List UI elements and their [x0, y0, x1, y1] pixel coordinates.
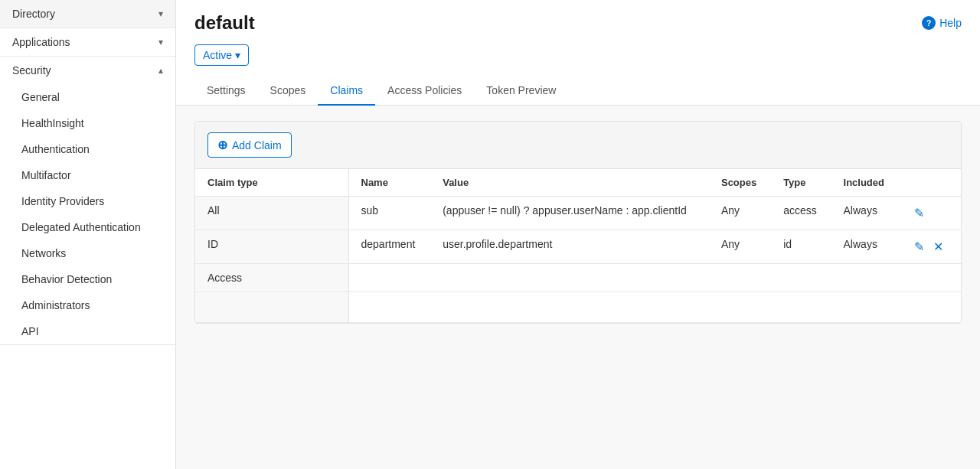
delete-claim-button[interactable]: ✕ — [930, 238, 946, 256]
plus-icon: ⊕ — [217, 138, 227, 152]
active-status-button[interactable]: Active ▾ — [194, 44, 249, 66]
chevron-up-icon: ▴ — [158, 65, 163, 76]
page-title: default — [194, 12, 255, 34]
claim-type-val-cell: id — [771, 230, 831, 264]
claim-type-cell-all: All — [195, 197, 348, 230]
claim-value-empty — [430, 264, 709, 292]
sidebar-items-security: General HealthInsight Authentication Mul… — [0, 84, 175, 344]
claim-scopes-cell: Any — [709, 230, 771, 264]
tabs-bar: Settings Scopes Claims Access Policies T… — [194, 77, 962, 105]
tab-scopes[interactable]: Scopes — [258, 77, 318, 106]
claims-table-body: All sub (appuser != null) ? appuser.user… — [195, 197, 961, 323]
claim-name-cell: department — [348, 230, 430, 264]
edit-claim-button[interactable]: ✎ — [911, 238, 927, 256]
sidebar-item-administrators[interactable]: Administrators — [0, 292, 175, 318]
sidebar: Directory ▾ Applications ▾ Security ▴ Ge… — [0, 0, 176, 469]
active-status-label: Active ▾ — [203, 49, 240, 61]
claim-scopes-cell: Any — [709, 197, 771, 230]
claim-name-empty — [348, 264, 430, 292]
sidebar-item-healthinsight[interactable]: HealthInsight — [0, 110, 175, 136]
sidebar-section-header-directory[interactable]: Directory ▾ — [0, 0, 175, 28]
claim-value-cell: user.profile.department — [430, 230, 709, 264]
claims-toolbar: ⊕ Add Claim — [195, 122, 961, 169]
help-icon: ? — [922, 16, 936, 30]
main-content-area: default ? Help Active ▾ Settings Scopes … — [176, 0, 980, 469]
add-claim-button[interactable]: ⊕ Add Claim — [207, 132, 292, 158]
table-row: ID department user.profile.department An… — [195, 230, 961, 264]
tab-claims[interactable]: Claims — [318, 77, 375, 106]
claim-value-cell: (appuser != null) ? appuser.userName : a… — [430, 197, 709, 230]
main-body: ⊕ Add Claim Claim type Name Value — [176, 106, 980, 469]
tab-settings[interactable]: Settings — [194, 77, 258, 106]
claim-actions-cell: ✎ — [899, 197, 961, 230]
active-badge-row: Active ▾ — [194, 44, 962, 66]
sidebar-item-api[interactable]: API — [0, 318, 175, 344]
claim-actions-empty — [899, 264, 961, 292]
sidebar-section-security: Security ▴ General HealthInsight Authent… — [0, 57, 175, 345]
sidebar-item-general[interactable]: General — [0, 84, 175, 110]
claims-table: Claim type Name Value Scopes Type — [195, 169, 961, 323]
col-header-claim-type: Claim type — [195, 169, 348, 197]
claim-included-empty — [831, 264, 900, 292]
help-link[interactable]: ? Help — [922, 16, 962, 30]
claim-actions-cell: ✎ ✕ — [899, 230, 961, 264]
title-row: default ? Help — [194, 12, 962, 34]
col-header-actions — [899, 169, 961, 197]
tab-access-policies[interactable]: Access Policies — [375, 77, 474, 106]
empty-content-cell — [348, 292, 961, 323]
help-label: Help — [939, 17, 962, 29]
claim-scopes-empty — [709, 264, 771, 292]
tab-token-preview[interactable]: Token Preview — [474, 77, 568, 106]
col-header-type: Type — [771, 169, 831, 197]
claim-type-cell-empty — [195, 292, 348, 323]
claim-type-empty — [771, 264, 831, 292]
col-header-scopes: Scopes — [709, 169, 771, 197]
chevron-down-icon: ▾ — [158, 8, 163, 19]
sidebar-item-multifactor[interactable]: Multifactor — [0, 162, 175, 188]
claim-type-cell-id: ID — [195, 230, 348, 264]
claims-table-header: Claim type Name Value Scopes Type — [195, 169, 961, 197]
add-claim-label: Add Claim — [232, 139, 282, 151]
sidebar-section-directory: Directory ▾ — [0, 0, 175, 28]
sidebar-item-networks[interactable]: Networks — [0, 240, 175, 266]
table-row: All sub (appuser != null) ? appuser.user… — [195, 197, 961, 230]
sidebar-item-authentication[interactable]: Authentication — [0, 136, 175, 162]
edit-claim-button[interactable]: ✎ — [911, 204, 927, 222]
sidebar-section-label-applications: Applications — [12, 36, 70, 48]
claim-type-val-cell: access — [771, 197, 831, 230]
claim-name-cell: sub — [348, 197, 430, 230]
chevron-down-icon: ▾ — [158, 37, 163, 47]
claim-included-cell: Always — [831, 230, 900, 264]
table-row: Access — [195, 264, 961, 292]
claims-panel: ⊕ Add Claim Claim type Name Value — [194, 121, 962, 324]
col-header-value: Value — [430, 169, 709, 197]
claim-included-cell: Always — [831, 197, 900, 230]
sidebar-section-applications: Applications ▾ — [0, 28, 175, 57]
sidebar-item-identity-providers[interactable]: Identity Providers — [0, 188, 175, 214]
sidebar-section-header-security[interactable]: Security ▴ — [0, 57, 175, 84]
sidebar-section-label-directory: Directory — [12, 8, 55, 20]
sidebar-section-header-applications[interactable]: Applications ▾ — [0, 28, 175, 56]
sidebar-item-behavior-detection[interactable]: Behavior Detection — [0, 266, 175, 292]
sidebar-section-label-security: Security — [12, 64, 51, 77]
col-header-name: Name — [348, 169, 430, 197]
main-header: default ? Help Active ▾ Settings Scopes … — [176, 0, 980, 106]
table-row-empty — [195, 292, 961, 323]
claim-type-cell-access: Access — [195, 264, 348, 292]
col-header-included: Included — [831, 169, 900, 197]
sidebar-item-delegated-authentication[interactable]: Delegated Authentication — [0, 214, 175, 240]
